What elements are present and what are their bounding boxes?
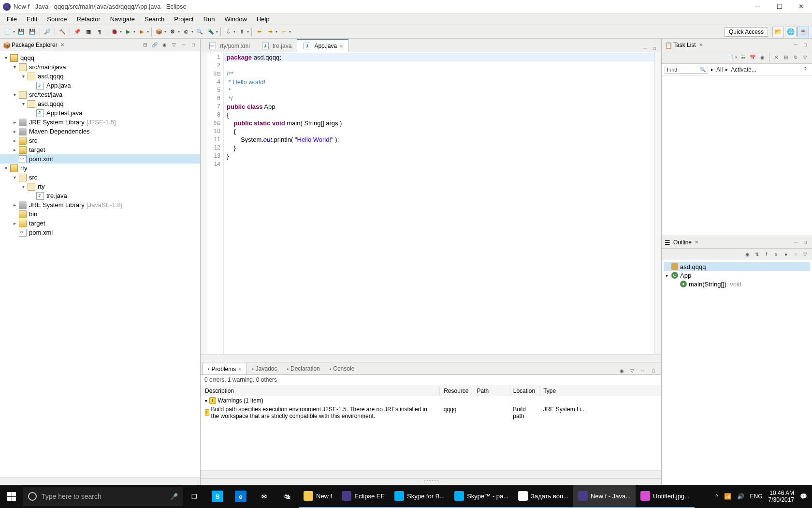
task-view-button[interactable]: ❐ <box>183 485 206 508</box>
tl-menu-icon[interactable]: ▽ <box>801 54 809 61</box>
tree-node[interactable]: ▾asd.qqqq <box>0 72 200 81</box>
menu-help[interactable]: Help <box>252 14 275 25</box>
menu-refactor[interactable]: Refactor <box>72 14 105 25</box>
column-resource[interactable]: Resource <box>440 386 473 396</box>
column-description[interactable]: Description <box>201 386 440 396</box>
outline-node[interactable]: asd.qqqq <box>664 262 810 271</box>
tray-chevron-icon[interactable]: ^ <box>715 493 718 500</box>
edge-pin-icon[interactable]: e <box>229 485 252 508</box>
column-path[interactable]: Path <box>473 386 509 396</box>
taskbar-app[interactable]: Untitled.jpg... <box>636 485 695 508</box>
collapse-icon[interactable]: ⊟ <box>782 54 790 61</box>
bottom-tab-declaration[interactable]: ▪ Declaration <box>282 363 324 374</box>
code-area[interactable]: package asd.qqqq; /** * Hello world! * *… <box>224 52 654 354</box>
back-button[interactable]: ⬅ <box>254 27 264 37</box>
problem-row[interactable]: ! Build path specifies execution environ… <box>201 405 661 420</box>
prev-annotation-button[interactable]: ⇧ <box>237 27 246 37</box>
bottom-tab-console[interactable]: ▪ Console <box>325 363 360 374</box>
tree-node[interactable]: tre.java <box>0 191 200 200</box>
tree-node[interactable]: ▾qqqq <box>0 53 200 62</box>
new-plugin-button[interactable]: ⚙ <box>168 27 177 37</box>
skype-pin-icon[interactable]: S <box>206 485 229 508</box>
link-editor-icon[interactable]: 🔗 <box>151 41 159 49</box>
tree-node[interactable]: ▸JRE System Library[JavaSE-1.8] <box>0 200 200 209</box>
editor-body[interactable]: 123⊟456789⊟1011121314 package asd.qqqq; … <box>201 52 661 354</box>
java-ee-perspective-button[interactable]: 🌐 <box>785 27 797 37</box>
menu-file[interactable]: File <box>2 14 22 25</box>
taskbar-app[interactable]: Skype for B... <box>390 485 450 508</box>
sync-icon[interactable]: ↻ <box>792 54 799 61</box>
bp-minimize-icon[interactable]: ─ <box>639 367 647 374</box>
save-all-button[interactable]: 💾 <box>28 27 37 37</box>
tree-node[interactable]: ▸target <box>0 145 200 154</box>
filter-all-link[interactable]: All <box>716 66 723 73</box>
menu-source[interactable]: Source <box>42 14 72 25</box>
maximize-icon[interactable]: □ <box>189 41 197 49</box>
open-perspective-button[interactable]: 📂 <box>772 27 784 37</box>
bottom-tab-javadoc[interactable]: ▪ Javadoc <box>247 363 282 374</box>
menu-search[interactable]: Search <box>140 14 169 25</box>
trim-bar[interactable] <box>201 478 661 485</box>
taskbar-app[interactable]: New f <box>299 485 337 508</box>
editor-tab[interactable]: App.java✕ <box>297 39 348 52</box>
hide-static-icon[interactable]: s <box>772 251 780 258</box>
notifications-icon[interactable]: 💬 <box>800 493 807 500</box>
tree-node[interactable]: bin <box>0 209 200 219</box>
tl-maximize-icon[interactable]: □ <box>801 41 809 49</box>
debug-button[interactable]: 🐞 <box>110 27 119 37</box>
hide-nonpublic-icon[interactable]: ● <box>782 251 790 258</box>
horizontal-scrollbar[interactable] <box>0 477 200 485</box>
outline-node[interactable]: ●main(String[]) : void <box>664 280 810 288</box>
open-task-button[interactable]: 🔍 <box>195 27 204 37</box>
scheduled-icon[interactable]: 📅 <box>749 54 756 61</box>
mail-pin-icon[interactable]: ✉ <box>252 485 276 508</box>
minimize-editor-icon[interactable]: ─ <box>641 44 649 52</box>
tree-node[interactable]: ▸Maven Dependencies <box>0 127 200 136</box>
warnings-group-row[interactable]: ▾ ! Warnings (1 item) <box>201 396 661 405</box>
minimize-icon[interactable]: ─ <box>180 41 188 49</box>
tl-minimize-icon[interactable]: ─ <box>792 41 799 49</box>
java-perspective-button[interactable]: ☕ <box>798 27 809 37</box>
editor-tab[interactable]: rty/pom.xml <box>203 39 255 52</box>
focus-task-icon[interactable]: ◉ <box>160 41 168 49</box>
tree-node[interactable]: ▾asd.qqqq <box>0 99 200 108</box>
coverage-button[interactable]: ▶ <box>137 27 146 37</box>
menu-navigate[interactable]: Navigate <box>105 14 140 25</box>
help-icon[interactable]: ? <box>801 66 809 74</box>
last-edit-button[interactable]: ⤺ <box>279 27 289 37</box>
mic-icon[interactable]: 🎤 <box>170 493 178 500</box>
editor-tab[interactable]: tre.java <box>255 39 297 52</box>
language-indicator[interactable]: ENG <box>750 493 763 500</box>
toggle-block-button[interactable]: ▦ <box>84 27 93 37</box>
hide-local-icon[interactable]: ○ <box>792 251 799 258</box>
open-type-button[interactable]: 🔎 <box>43 27 52 37</box>
tree-node[interactable]: ▾src/test/java <box>0 90 200 99</box>
bottom-tab-problems[interactable]: ▪ Problems ✕ <box>203 363 247 374</box>
tree-node[interactable]: ▾rty <box>0 182 200 191</box>
tree-node[interactable]: ▸src <box>0 136 200 145</box>
new-java-button[interactable]: 📦 <box>154 27 164 37</box>
tree-node[interactable]: ▾src/main/java <box>0 62 200 72</box>
focus-icon[interactable]: ◉ <box>618 367 625 374</box>
search-button[interactable]: 🔦 <box>206 27 216 37</box>
next-annotation-button[interactable]: ⇩ <box>223 27 233 37</box>
tree-node[interactable]: ▾src <box>0 173 200 182</box>
focus-active-icon[interactable]: ◉ <box>743 251 751 258</box>
close-button[interactable]: ✕ <box>790 0 812 14</box>
save-button[interactable]: 💾 <box>16 27 26 37</box>
menu-window[interactable]: Window <box>220 14 252 25</box>
minimize-button[interactable]: ─ <box>747 0 768 14</box>
store-pin-icon[interactable]: 🛍 <box>276 485 299 508</box>
collapse-all-icon[interactable]: ⊟ <box>141 41 149 49</box>
package-tree[interactable]: ▾qqqq▾src/main/java▾asd.qqqqApp.java▾src… <box>0 51 200 477</box>
quick-access[interactable]: Quick Access <box>725 27 768 37</box>
ol-minimize-icon[interactable]: ─ <box>792 239 799 246</box>
taskbar-app[interactable]: New f - Java... <box>573 485 636 508</box>
menu-edit[interactable]: Edit <box>22 14 42 25</box>
close-view-icon[interactable]: ✕ <box>60 42 64 47</box>
focus-ws-icon[interactable]: ◉ <box>758 54 766 61</box>
forward-button[interactable]: ➡ <box>265 27 275 37</box>
problems-h-scrollbar[interactable] <box>201 470 661 478</box>
categorized-icon[interactable]: ☷ <box>739 54 747 61</box>
hide-icon[interactable]: ✕ <box>772 54 780 61</box>
